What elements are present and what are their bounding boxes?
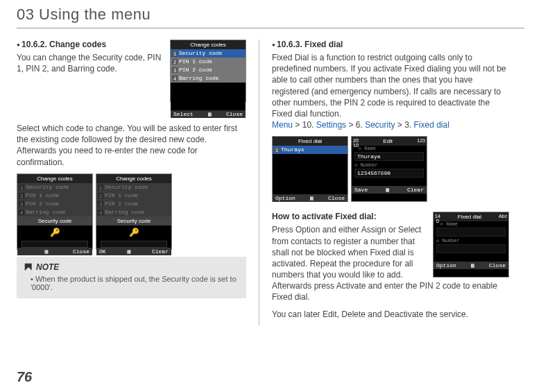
list-item: 2PIN 1 code (171, 58, 246, 66)
softkey-right: Close (73, 248, 89, 255)
softkey-right: Close (489, 262, 506, 269)
softkeys: ▦ Close (17, 248, 92, 255)
screenshot-fixed-dial-edit: 2010Edit123 ◇ Name Thuraya ◇ Number 1234… (351, 136, 427, 202)
field-label: ◇ Number (352, 162, 427, 168)
nav-icon: ▦ (310, 195, 314, 201)
softkeys: Option ▦ Close (433, 262, 508, 269)
field-label: ◇ Name (352, 146, 427, 151)
menu-path-fixed-dial: Fixed dial (414, 120, 449, 130)
screenshot-row: Fixed dial 1Thurays Option ▦ Close 2010E… (272, 136, 509, 202)
softkeys: Option ▦ Close (273, 194, 347, 202)
nav-icon: ▦ (127, 248, 130, 255)
nav-icon: ▦ (471, 262, 474, 269)
screenshot-title: 2010Edit123 (352, 137, 427, 146)
list-item: 1Security code (17, 183, 92, 191)
note-body: • When the product is shipped out, the S… (24, 275, 239, 291)
left-intro-block: Change codes 1Security code 2PIN 1 code … (17, 40, 246, 102)
code-input (22, 241, 88, 248)
paragraph: Fixed Dial is a function to restrict out… (272, 52, 509, 130)
number-field (436, 244, 506, 253)
screenshot-title: Change codes (17, 174, 92, 183)
key-icon: 🔑 (17, 225, 92, 241)
screenshot-change-codes: Change codes 1Security code 2PIN 1 code … (170, 40, 246, 102)
screenshot-row: Change codes 1Security code 2PIN 1 code … (17, 173, 246, 250)
note-box: NOTE • When the product is shipped out, … (17, 257, 246, 298)
screenshot-enter-code: Change codes 1Security code 2PIN 1 code … (17, 173, 93, 250)
softkey-left: Option (436, 262, 456, 269)
how-to-block: 140Fixed dialAbc ◇ Name ◇ Number Option … (272, 212, 509, 308)
list-item: 1Thurays (273, 146, 347, 154)
softkey-right: Close (328, 195, 345, 201)
list-item: 2PIN 1 code (96, 191, 171, 200)
nav-icon: ▦ (386, 187, 389, 193)
field-label: ◇ Name (433, 221, 508, 227)
right-column: 10.6.3. Fixed dial Fixed Dial is a funct… (259, 40, 509, 325)
note-icon (24, 262, 33, 272)
screenshot-title: Fixed dial (273, 137, 347, 146)
list-item: 4Barring code (171, 74, 246, 83)
softkeys: Save ▦ Clear (352, 186, 427, 194)
code-input (101, 241, 167, 248)
name-field (436, 228, 506, 237)
list-item: 3PIN 2 code (96, 200, 171, 208)
screenshot-title: Change codes (171, 40, 246, 49)
list-item: 4Barring code (96, 208, 171, 216)
list-item: 4Barring code (17, 208, 92, 216)
note-heading: NOTE (24, 262, 239, 272)
field-label: ◇ Number (433, 238, 508, 244)
page-number: 76 (17, 369, 32, 385)
menu-path-settings: Settings (316, 120, 346, 130)
screenshot-fixed-dial-add: 140Fixed dialAbc ◇ Name ◇ Number Option … (433, 212, 509, 278)
softkey-left: Option (275, 195, 295, 201)
softkey-right: Clear (407, 187, 424, 193)
softkey-right: Close (226, 111, 243, 117)
note-title: NOTE (36, 262, 59, 272)
softkey-left: OK (99, 248, 106, 255)
list-item: 1Security code (96, 183, 171, 191)
softkey-right: Clear (152, 248, 169, 255)
popup-title: Security code (96, 216, 171, 225)
section-heading: 10.6.3. Fixed dial (272, 40, 509, 49)
screenshot-confirm-code: Change codes 1Security code 2PIN 1 code … (96, 173, 172, 250)
softkey-left: Select (173, 111, 194, 117)
list-item: 3PIN 2 code (171, 66, 246, 74)
menu-path-security: Security (365, 120, 395, 130)
softkeys: Select ▦ Close (171, 110, 246, 118)
name-field: Thuraya (354, 152, 424, 161)
columns: Change codes 1Security code 2PIN 1 code … (0, 28, 541, 325)
list-item: 2PIN 1 code (17, 191, 92, 200)
softkeys: OK ▦ Clear (96, 248, 171, 255)
screenshot-fixed-dial-list: Fixed dial 1Thurays Option ▦ Close (272, 136, 348, 202)
left-column: Change codes 1Security code 2PIN 1 code … (17, 40, 259, 325)
list-item: 3PIN 2 code (17, 200, 92, 208)
nav-icon: ▦ (45, 248, 49, 255)
number-field: 1234567890 (354, 169, 424, 178)
list-item: 1Security code (171, 49, 246, 58)
softkey-left: Save (354, 187, 368, 193)
screenshot-title: Change codes (96, 174, 171, 183)
paragraph: You can later Edit, Delete and Deactivat… (272, 309, 509, 320)
menu-path-menu: Menu (272, 120, 293, 130)
screenshot-title: 140Fixed dialAbc (433, 212, 508, 221)
chapter-title: 03 Using the menu (0, 0, 541, 28)
popup-title: Security code (17, 216, 92, 225)
key-icon: 🔑 (96, 225, 171, 241)
paragraph: Select which code to change. You will be… (17, 123, 246, 168)
nav-icon: ▦ (208, 111, 212, 117)
